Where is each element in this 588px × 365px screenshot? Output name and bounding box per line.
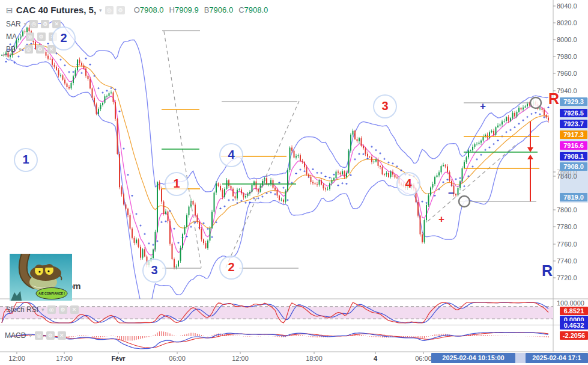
gear-icon[interactable]: ⚙ <box>117 6 125 14</box>
price-tick-label: 8020.0 <box>557 19 577 26</box>
elliott-wave-label-1[interactable]: 1 <box>165 172 189 196</box>
chevron-down-icon[interactable]: ▾ <box>41 307 44 313</box>
stoch-rsi-pane[interactable] <box>0 302 553 323</box>
trading-chart-window: ⊟ CAC 40 Futures, 5, ▾ ◎ ⚙ O7908.0H7909.… <box>0 0 588 365</box>
close-icon[interactable]: ✕ <box>70 305 79 314</box>
indicator-row-bb: BB▾◎⚙✕ <box>6 45 56 54</box>
chevron-down-icon[interactable]: ▾ <box>19 46 22 52</box>
gear-icon[interactable]: ⚙ <box>37 32 46 41</box>
date-range-gap <box>515 353 526 363</box>
price-label: 7917.3 <box>560 130 587 139</box>
stoch-rsi-legend-row: Stoch RSI ▾ ◎ ⚙ ✕ <box>6 305 79 314</box>
eye-icon[interactable]: ◎ <box>29 20 38 28</box>
plus-minus-marker[interactable]: − <box>448 188 454 200</box>
indicator-value-label: -2.2056 <box>560 331 588 340</box>
macd-pane[interactable] <box>6 331 548 349</box>
ohlc-C: C7908.0 <box>238 5 268 14</box>
stoch-tick-100: 100.0000 <box>557 299 584 307</box>
crosshair-date-label-start: 2025-02-04 10:15:00 <box>431 353 515 363</box>
close-icon[interactable]: ✕ <box>58 331 66 340</box>
ohlc-B: B7906.0 <box>204 5 233 14</box>
price-tick-label: 7780.0 <box>557 223 577 230</box>
ohlc-O: O7908.0 <box>134 5 164 14</box>
price-tick-label: 7740.0 <box>557 257 577 265</box>
elliott-wave-label-3[interactable]: 3 <box>373 94 397 118</box>
ohlc-H: H7909.9 <box>169 5 199 14</box>
gear-icon[interactable]: ⚙ <box>46 331 55 340</box>
macd-label[interactable]: MACD <box>5 331 26 340</box>
indicator-value-label: 0.4632 <box>560 321 588 330</box>
gear-icon[interactable]: ⚙ <box>36 45 44 54</box>
elliott-wave-label-2[interactable]: 2 <box>52 26 76 51</box>
price-tick-label: 7840.0 <box>557 173 577 180</box>
price-tick-label: 7940.0 <box>557 87 577 94</box>
indicator-name[interactable]: MA <box>6 32 17 41</box>
price-label: 7923.7 <box>560 120 587 128</box>
time-axis-label: 18:00 <box>306 355 323 362</box>
eye-icon[interactable]: ◎ <box>105 6 114 14</box>
chart-canvas[interactable] <box>0 0 588 365</box>
symbol-title[interactable]: CAC 40 Futures, 5, <box>16 5 96 15</box>
elliott-wave-label-3[interactable]: 3 <box>142 259 166 283</box>
price-tick-label: 7760.0 <box>557 241 577 248</box>
elliott-wave-label-4[interactable]: 4 <box>396 172 420 196</box>
indicator-row-sar: SAR▾◎⚙✕ <box>6 20 61 28</box>
price-label: 7819.0 <box>560 193 587 201</box>
crosshair-date-label-end: 2025-02-04 17:1 <box>526 353 588 363</box>
time-axis-label: 12:00 <box>232 355 249 362</box>
macd-legend-row: MACD ▾ ◎ ⚙ ✕ <box>5 331 66 340</box>
eye-icon[interactable]: ◎ <box>25 45 33 54</box>
gear-icon[interactable]: ⚙ <box>59 305 67 314</box>
chevron-down-icon[interactable]: ▾ <box>20 34 23 40</box>
collapse-icon[interactable]: ⊟ <box>6 5 13 15</box>
chevron-down-icon[interactable]: ▾ <box>24 21 27 27</box>
price-tick-label: 8000.0 <box>557 36 577 43</box>
r-level-letter: R <box>542 262 553 280</box>
stoch-rsi-label[interactable]: Stoch RSI <box>6 305 38 314</box>
elliott-wave-label-1[interactable]: 1 <box>14 148 38 172</box>
eye-icon[interactable]: ◎ <box>47 305 56 314</box>
price-tick-label: 7800.0 <box>557 206 577 213</box>
plus-minus-marker[interactable]: + <box>438 213 444 225</box>
eye-icon[interactable]: ◎ <box>26 32 34 41</box>
eye-icon[interactable]: ◎ <box>35 331 43 340</box>
chevron-down-icon[interactable]: ▾ <box>99 7 102 13</box>
price-tick-label: 7960.0 <box>557 70 577 77</box>
r-level-letter: R <box>548 90 559 108</box>
gear-icon[interactable]: ⚙ <box>41 20 49 28</box>
time-axis-label: 4 <box>374 355 377 362</box>
price-label: 7916.6 <box>560 141 587 150</box>
time-axis-label: 17:00 <box>56 355 73 362</box>
indicator-row-ma: MA▾◎⚙✕ <box>6 32 57 41</box>
price-tick-label: 8040.0 <box>557 2 577 10</box>
price-tick-label: 7720.0 <box>557 274 577 281</box>
price-label: 7908.1 <box>560 152 587 161</box>
plus-minus-marker[interactable]: + <box>480 100 486 112</box>
time-axis-label: Févr <box>111 355 125 362</box>
time-axis-label: 06:00 <box>169 355 186 362</box>
indicator-name[interactable]: BB <box>6 45 16 54</box>
time-axis-label: 12:00 <box>8 355 25 362</box>
price-label: 7929.3 <box>560 97 587 106</box>
snake-sticker-image: AIE CONFIANCE ! <box>10 254 72 301</box>
indicator-name[interactable]: SAR <box>6 20 21 28</box>
elliott-wave-label-2[interactable]: 2 <box>219 256 243 280</box>
symbol-legend-row: ⊟ CAC 40 Futures, 5, ▾ ◎ ⚙ O7908.0H7909.… <box>6 5 268 15</box>
price-label: 7908.0 <box>560 162 587 171</box>
price-tick-label: 7980.0 <box>557 53 577 60</box>
price-label: 7926.5 <box>560 109 587 117</box>
price-pane[interactable] <box>1 20 550 314</box>
ohlc-values: O7908.0H7909.9B7906.0C7908.0 <box>134 5 268 14</box>
elliott-wave-label-4[interactable]: 4 <box>219 143 243 167</box>
indicator-value-label: 6.8521 <box>560 307 588 315</box>
chevron-down-icon[interactable]: ▾ <box>29 333 32 339</box>
speech-bubble-text: AIE CONFIANCE ! <box>38 292 65 295</box>
time-axis-label: 06:00 <box>415 355 432 362</box>
